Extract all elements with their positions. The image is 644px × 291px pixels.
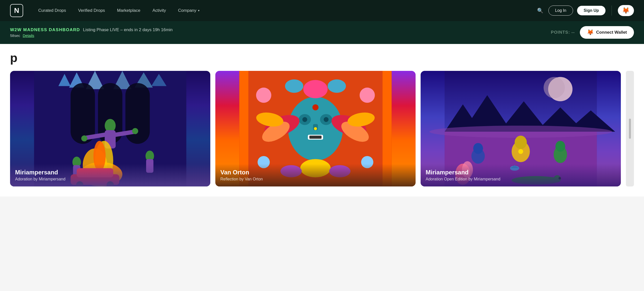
cards-grid: Miriampersand Adoration by Miriampersand	[10, 71, 634, 186]
svg-line-13	[116, 132, 135, 135]
svg-point-49	[328, 79, 346, 93]
nav-curated-drops[interactable]: Curated Drops	[38, 8, 66, 13]
card-3-artist: Miriampersand	[426, 169, 616, 176]
nav-divider	[612, 6, 612, 16]
svg-point-73	[515, 136, 527, 149]
svg-rect-9	[126, 83, 150, 144]
svg-point-14	[81, 135, 87, 141]
svg-point-60	[544, 77, 565, 98]
svg-point-53	[256, 88, 271, 103]
connect-wallet-button[interactable]: 🦊 Connect Wallet	[580, 26, 634, 39]
card-3-overlay: Miriampersand Adoration Open Edition by …	[421, 164, 621, 186]
nav-marketplace[interactable]: Marketplace	[117, 8, 140, 13]
nav-company[interactable]: Company ▾	[178, 8, 199, 13]
scroll-hint	[626, 71, 634, 186]
site-logo[interactable]: N	[10, 4, 23, 17]
banner-timer: 58sec Details	[10, 33, 173, 38]
login-button[interactable]: Log In	[548, 6, 573, 16]
svg-point-15	[132, 128, 138, 134]
nav-actions: 🔍 Log In Sign Up 🦊	[536, 5, 634, 16]
svg-point-35	[302, 117, 307, 122]
main-content: p	[0, 44, 644, 197]
svg-line-12	[86, 135, 105, 138]
metamask-fox-icon: 🦊	[622, 7, 630, 14]
nav-activity[interactable]: Activity	[152, 8, 166, 13]
nav-verified-drops[interactable]: Verified Drops	[78, 8, 105, 13]
nft-card-2[interactable]: Van Orton Reflection by Van Orton	[215, 71, 416, 186]
card-2-overlay: Van Orton Reflection by Van Orton	[215, 164, 416, 186]
svg-rect-40	[309, 136, 321, 139]
chevron-down-icon: ▾	[198, 9, 199, 12]
nft-card-3[interactable]: Miriampersand Adoration Open Edition by …	[421, 71, 621, 186]
banner-right: POINTS: -- 🦊 Connect Wallet	[551, 26, 634, 39]
banner-title-row: W2W MADNESS DASHBOARD Listing Phase LIVE…	[10, 27, 173, 32]
logo-letter: N	[14, 7, 19, 14]
section-title: p	[10, 49, 634, 65]
svg-point-37	[312, 104, 318, 110]
svg-rect-7	[71, 83, 95, 144]
banner-title-text: W2W MADNESS DASHBOARD	[10, 27, 80, 32]
svg-point-54	[360, 88, 375, 103]
svg-point-57	[314, 127, 317, 130]
card-1-artwork: Adoration by Miriampersand	[15, 177, 205, 181]
card-1-artist: Miriampersand	[15, 169, 205, 176]
card-2-artwork: Reflection by Van Orton	[220, 177, 411, 181]
svg-point-48	[285, 79, 303, 93]
nav-links: Curated Drops Verified Drops Marketplace…	[38, 8, 536, 13]
scroll-bar	[629, 119, 631, 139]
metamask-button[interactable]: 🦊	[618, 5, 634, 16]
navbar: N Curated Drops Verified Drops Marketpla…	[0, 0, 644, 21]
card-1-overlay: Miriampersand Adoration by Miriampersand	[10, 164, 210, 186]
card-2-artist: Van Orton	[220, 169, 411, 176]
banner: W2W MADNESS DASHBOARD Listing Phase LIVE…	[0, 21, 644, 44]
banner-details-link[interactable]: Details	[23, 33, 34, 38]
banner-timer-seconds: 58sec	[10, 33, 20, 38]
card-3-artwork: Adoration Open Edition by Miriampersand	[426, 177, 616, 181]
nft-card-1[interactable]: Miriampersand Adoration by Miriampersand	[10, 71, 210, 186]
banner-left: W2W MADNESS DASHBOARD Listing Phase LIVE…	[10, 27, 173, 38]
svg-point-36	[324, 117, 329, 122]
points-label: POINTS: --	[551, 30, 575, 35]
banner-subtitle: Listing Phase LIVE – ends in 2 days 19h …	[83, 27, 173, 32]
signup-button[interactable]: Sign Up	[577, 6, 605, 15]
svg-point-47	[303, 80, 328, 98]
search-icon[interactable]: 🔍	[536, 7, 544, 15]
svg-point-85	[518, 149, 523, 154]
connect-fox-icon: 🦊	[587, 29, 594, 36]
